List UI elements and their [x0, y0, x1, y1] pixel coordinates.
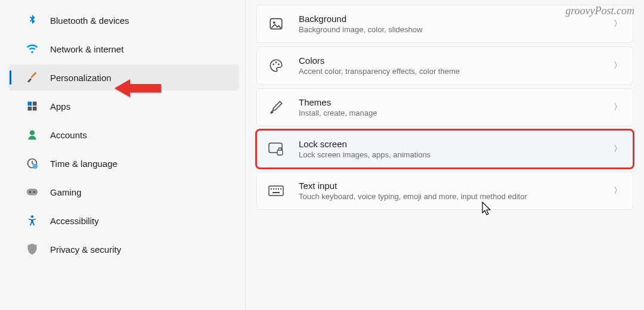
svg-rect-22	[278, 188, 279, 190]
svg-rect-0	[28, 102, 32, 106]
person-icon	[25, 128, 39, 142]
sidebar-item-label: Time & language	[50, 159, 117, 169]
svg-point-4	[30, 131, 35, 135]
picture-icon	[268, 16, 284, 32]
card-title: Lock screen	[299, 139, 614, 149]
sidebar-item-personalization[interactable]: Personalization	[8, 64, 239, 91]
svg-point-12	[273, 21, 275, 24]
card-title: Text input	[299, 181, 614, 191]
sidebar-item-label: Network & internet	[50, 44, 123, 54]
card-lock-screen[interactable]: Lock screen Lock screen images, apps, an…	[256, 130, 633, 168]
svg-rect-24	[273, 192, 280, 193]
apps-icon	[25, 99, 39, 113]
chevron-right-icon: 〉	[614, 102, 622, 113]
watermark: groovyPost.com	[565, 5, 634, 17]
chevron-right-icon: 〉	[614, 18, 622, 29]
svg-point-6	[33, 164, 38, 169]
svg-point-10	[31, 215, 33, 218]
sidebar-item-network[interactable]: Network & internet	[8, 36, 239, 62]
card-colors[interactable]: Colors Accent color, transparency effect…	[256, 46, 633, 85]
sidebar-item-label: Accessibility	[50, 216, 99, 226]
card-subtitle: Background image, color, slideshow	[299, 25, 614, 34]
lock-screen-icon	[268, 141, 284, 157]
sidebar-item-label: Accounts	[50, 130, 87, 140]
sidebar-item-gaming[interactable]: Gaming	[8, 179, 239, 205]
svg-rect-21	[275, 188, 277, 190]
accessibility-icon	[25, 213, 39, 228]
clock-globe-icon	[25, 156, 39, 170]
sidebar-item-apps[interactable]: Apps	[8, 93, 239, 119]
sidebar-item-label: Apps	[50, 101, 70, 111]
chevron-right-icon: 〉	[614, 185, 622, 196]
palette-icon	[268, 57, 284, 74]
svg-rect-19	[271, 188, 272, 190]
svg-rect-3	[33, 107, 37, 111]
sidebar-item-label: Bluetooth & devices	[50, 16, 129, 26]
svg-point-8	[29, 191, 31, 193]
sidebar-item-label: Privacy & security	[50, 244, 121, 255]
card-title: Colors	[299, 55, 614, 66]
card-subtitle: Accent color, transparency effects, colo…	[299, 67, 614, 76]
svg-rect-17	[277, 150, 283, 155]
keyboard-icon	[268, 182, 284, 199]
bluetooth-icon	[25, 13, 39, 27]
svg-rect-18	[269, 186, 283, 196]
sidebar-item-time-language[interactable]: Time & language	[8, 150, 239, 176]
svg-rect-2	[28, 107, 32, 111]
shield-icon	[25, 242, 39, 256]
svg-point-14	[275, 61, 277, 63]
svg-rect-20	[273, 188, 274, 190]
personalization-panel: Background Background image, color, slid…	[246, 0, 644, 310]
chevron-right-icon: 〉	[614, 60, 622, 71]
sidebar-item-label: Gaming	[50, 187, 82, 197]
svg-rect-7	[27, 189, 38, 196]
gamepad-icon	[25, 185, 39, 199]
svg-rect-23	[280, 188, 281, 190]
settings-sidebar: Bluetooth & devices Network & internet P…	[0, 0, 246, 310]
svg-point-9	[33, 191, 35, 193]
chevron-right-icon: 〉	[614, 144, 622, 154]
sidebar-item-privacy[interactable]: Privacy & security	[8, 236, 239, 262]
sidebar-item-accessibility[interactable]: Accessibility	[8, 207, 239, 234]
sidebar-item-accounts[interactable]: Accounts	[8, 122, 239, 148]
svg-point-15	[278, 63, 280, 65]
paintbrush-icon	[25, 70, 39, 85]
card-subtitle: Touch keyboard, voice typing, emoji and …	[299, 192, 614, 201]
brush-icon	[268, 99, 284, 116]
svg-point-13	[273, 63, 274, 65]
card-subtitle: Install, create, manage	[299, 108, 614, 117]
wifi-icon	[25, 42, 39, 56]
card-themes[interactable]: Themes Install, create, manage 〉	[256, 88, 633, 126]
svg-rect-1	[33, 102, 37, 106]
sidebar-item-label: Personalization	[50, 73, 112, 83]
card-text-input[interactable]: Text input Touch keyboard, voice typing,…	[256, 172, 633, 210]
card-subtitle: Lock screen images, apps, animations	[299, 150, 614, 159]
sidebar-item-bluetooth[interactable]: Bluetooth & devices	[8, 7, 239, 33]
card-title: Themes	[299, 97, 614, 107]
